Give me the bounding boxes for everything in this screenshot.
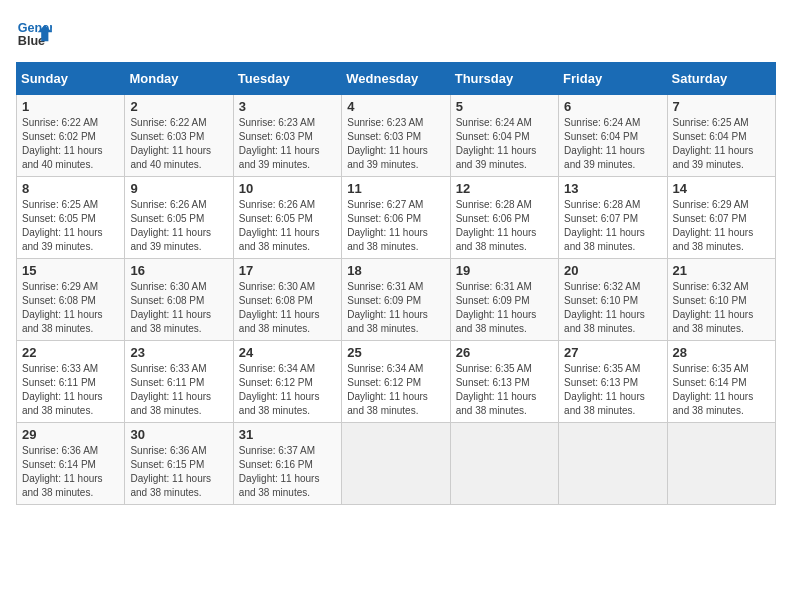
calendar-cell: 2Sunrise: 6:22 AM Sunset: 6:03 PM Daylig… bbox=[125, 95, 233, 177]
logo-icon: General Blue bbox=[16, 16, 52, 52]
weekday-header-wednesday: Wednesday bbox=[342, 63, 450, 95]
day-info: Sunrise: 6:33 AM Sunset: 6:11 PM Dayligh… bbox=[130, 362, 227, 418]
calendar-cell: 27Sunrise: 6:35 AM Sunset: 6:13 PM Dayli… bbox=[559, 341, 667, 423]
day-info: Sunrise: 6:22 AM Sunset: 6:03 PM Dayligh… bbox=[130, 116, 227, 172]
day-number: 23 bbox=[130, 345, 227, 360]
calendar-cell: 19Sunrise: 6:31 AM Sunset: 6:09 PM Dayli… bbox=[450, 259, 558, 341]
day-info: Sunrise: 6:32 AM Sunset: 6:10 PM Dayligh… bbox=[673, 280, 770, 336]
day-number: 16 bbox=[130, 263, 227, 278]
day-number: 21 bbox=[673, 263, 770, 278]
day-info: Sunrise: 6:31 AM Sunset: 6:09 PM Dayligh… bbox=[347, 280, 444, 336]
day-number: 13 bbox=[564, 181, 661, 196]
calendar-cell: 30Sunrise: 6:36 AM Sunset: 6:15 PM Dayli… bbox=[125, 423, 233, 505]
day-info: Sunrise: 6:25 AM Sunset: 6:04 PM Dayligh… bbox=[673, 116, 770, 172]
day-info: Sunrise: 6:35 AM Sunset: 6:13 PM Dayligh… bbox=[456, 362, 553, 418]
day-info: Sunrise: 6:22 AM Sunset: 6:02 PM Dayligh… bbox=[22, 116, 119, 172]
day-number: 4 bbox=[347, 99, 444, 114]
day-number: 12 bbox=[456, 181, 553, 196]
calendar-cell: 20Sunrise: 6:32 AM Sunset: 6:10 PM Dayli… bbox=[559, 259, 667, 341]
day-number: 25 bbox=[347, 345, 444, 360]
day-number: 28 bbox=[673, 345, 770, 360]
calendar-cell bbox=[450, 423, 558, 505]
weekday-header-tuesday: Tuesday bbox=[233, 63, 341, 95]
weekday-header-friday: Friday bbox=[559, 63, 667, 95]
calendar-cell bbox=[667, 423, 775, 505]
day-info: Sunrise: 6:30 AM Sunset: 6:08 PM Dayligh… bbox=[130, 280, 227, 336]
day-number: 15 bbox=[22, 263, 119, 278]
day-info: Sunrise: 6:28 AM Sunset: 6:07 PM Dayligh… bbox=[564, 198, 661, 254]
day-info: Sunrise: 6:33 AM Sunset: 6:11 PM Dayligh… bbox=[22, 362, 119, 418]
day-number: 3 bbox=[239, 99, 336, 114]
calendar-cell: 1Sunrise: 6:22 AM Sunset: 6:02 PM Daylig… bbox=[17, 95, 125, 177]
day-number: 14 bbox=[673, 181, 770, 196]
weekday-header-thursday: Thursday bbox=[450, 63, 558, 95]
day-number: 24 bbox=[239, 345, 336, 360]
day-number: 19 bbox=[456, 263, 553, 278]
day-number: 17 bbox=[239, 263, 336, 278]
calendar-cell: 15Sunrise: 6:29 AM Sunset: 6:08 PM Dayli… bbox=[17, 259, 125, 341]
day-number: 30 bbox=[130, 427, 227, 442]
day-info: Sunrise: 6:26 AM Sunset: 6:05 PM Dayligh… bbox=[130, 198, 227, 254]
calendar-cell: 24Sunrise: 6:34 AM Sunset: 6:12 PM Dayli… bbox=[233, 341, 341, 423]
day-info: Sunrise: 6:34 AM Sunset: 6:12 PM Dayligh… bbox=[239, 362, 336, 418]
calendar-cell: 17Sunrise: 6:30 AM Sunset: 6:08 PM Dayli… bbox=[233, 259, 341, 341]
day-info: Sunrise: 6:36 AM Sunset: 6:14 PM Dayligh… bbox=[22, 444, 119, 500]
day-info: Sunrise: 6:35 AM Sunset: 6:14 PM Dayligh… bbox=[673, 362, 770, 418]
calendar-cell: 26Sunrise: 6:35 AM Sunset: 6:13 PM Dayli… bbox=[450, 341, 558, 423]
day-number: 22 bbox=[22, 345, 119, 360]
day-info: Sunrise: 6:32 AM Sunset: 6:10 PM Dayligh… bbox=[564, 280, 661, 336]
day-number: 26 bbox=[456, 345, 553, 360]
calendar-cell: 16Sunrise: 6:30 AM Sunset: 6:08 PM Dayli… bbox=[125, 259, 233, 341]
day-number: 2 bbox=[130, 99, 227, 114]
day-info: Sunrise: 6:24 AM Sunset: 6:04 PM Dayligh… bbox=[456, 116, 553, 172]
day-number: 11 bbox=[347, 181, 444, 196]
day-number: 31 bbox=[239, 427, 336, 442]
calendar-cell: 18Sunrise: 6:31 AM Sunset: 6:09 PM Dayli… bbox=[342, 259, 450, 341]
calendar-cell: 9Sunrise: 6:26 AM Sunset: 6:05 PM Daylig… bbox=[125, 177, 233, 259]
calendar-cell: 21Sunrise: 6:32 AM Sunset: 6:10 PM Dayli… bbox=[667, 259, 775, 341]
calendar-cell: 31Sunrise: 6:37 AM Sunset: 6:16 PM Dayli… bbox=[233, 423, 341, 505]
day-info: Sunrise: 6:37 AM Sunset: 6:16 PM Dayligh… bbox=[239, 444, 336, 500]
calendar-cell: 4Sunrise: 6:23 AM Sunset: 6:03 PM Daylig… bbox=[342, 95, 450, 177]
day-info: Sunrise: 6:27 AM Sunset: 6:06 PM Dayligh… bbox=[347, 198, 444, 254]
calendar-cell: 10Sunrise: 6:26 AM Sunset: 6:05 PM Dayli… bbox=[233, 177, 341, 259]
day-info: Sunrise: 6:30 AM Sunset: 6:08 PM Dayligh… bbox=[239, 280, 336, 336]
weekday-header-monday: Monday bbox=[125, 63, 233, 95]
day-number: 29 bbox=[22, 427, 119, 442]
day-info: Sunrise: 6:24 AM Sunset: 6:04 PM Dayligh… bbox=[564, 116, 661, 172]
day-number: 8 bbox=[22, 181, 119, 196]
day-number: 5 bbox=[456, 99, 553, 114]
day-info: Sunrise: 6:29 AM Sunset: 6:08 PM Dayligh… bbox=[22, 280, 119, 336]
calendar-cell: 12Sunrise: 6:28 AM Sunset: 6:06 PM Dayli… bbox=[450, 177, 558, 259]
calendar-cell: 14Sunrise: 6:29 AM Sunset: 6:07 PM Dayli… bbox=[667, 177, 775, 259]
header: General Blue bbox=[16, 16, 776, 52]
logo: General Blue bbox=[16, 16, 56, 52]
svg-text:Blue: Blue bbox=[18, 34, 45, 48]
day-number: 20 bbox=[564, 263, 661, 278]
weekday-header-sunday: Sunday bbox=[17, 63, 125, 95]
calendar-cell: 23Sunrise: 6:33 AM Sunset: 6:11 PM Dayli… bbox=[125, 341, 233, 423]
calendar-cell bbox=[342, 423, 450, 505]
day-info: Sunrise: 6:25 AM Sunset: 6:05 PM Dayligh… bbox=[22, 198, 119, 254]
calendar-cell bbox=[559, 423, 667, 505]
day-info: Sunrise: 6:35 AM Sunset: 6:13 PM Dayligh… bbox=[564, 362, 661, 418]
day-info: Sunrise: 6:34 AM Sunset: 6:12 PM Dayligh… bbox=[347, 362, 444, 418]
day-number: 27 bbox=[564, 345, 661, 360]
day-number: 1 bbox=[22, 99, 119, 114]
calendar-cell: 22Sunrise: 6:33 AM Sunset: 6:11 PM Dayli… bbox=[17, 341, 125, 423]
calendar-cell: 28Sunrise: 6:35 AM Sunset: 6:14 PM Dayli… bbox=[667, 341, 775, 423]
day-info: Sunrise: 6:23 AM Sunset: 6:03 PM Dayligh… bbox=[347, 116, 444, 172]
calendar-cell: 8Sunrise: 6:25 AM Sunset: 6:05 PM Daylig… bbox=[17, 177, 125, 259]
day-number: 18 bbox=[347, 263, 444, 278]
calendar-cell: 25Sunrise: 6:34 AM Sunset: 6:12 PM Dayli… bbox=[342, 341, 450, 423]
calendar-table: SundayMondayTuesdayWednesdayThursdayFrid… bbox=[16, 62, 776, 505]
day-number: 10 bbox=[239, 181, 336, 196]
calendar-cell: 13Sunrise: 6:28 AM Sunset: 6:07 PM Dayli… bbox=[559, 177, 667, 259]
day-info: Sunrise: 6:26 AM Sunset: 6:05 PM Dayligh… bbox=[239, 198, 336, 254]
day-info: Sunrise: 6:23 AM Sunset: 6:03 PM Dayligh… bbox=[239, 116, 336, 172]
day-number: 7 bbox=[673, 99, 770, 114]
calendar-cell: 7Sunrise: 6:25 AM Sunset: 6:04 PM Daylig… bbox=[667, 95, 775, 177]
day-info: Sunrise: 6:28 AM Sunset: 6:06 PM Dayligh… bbox=[456, 198, 553, 254]
day-number: 9 bbox=[130, 181, 227, 196]
calendar-cell: 5Sunrise: 6:24 AM Sunset: 6:04 PM Daylig… bbox=[450, 95, 558, 177]
